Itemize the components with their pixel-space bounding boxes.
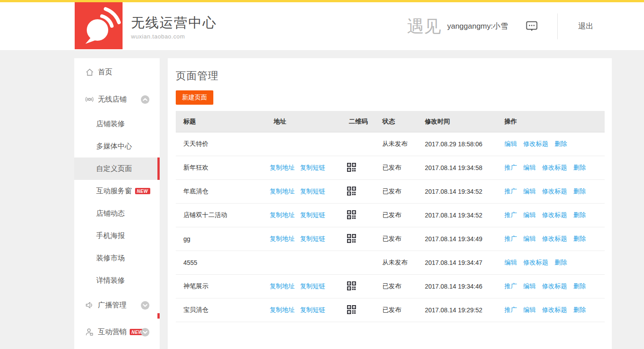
copy-shortlink-link[interactable]: 复制短链 — [300, 235, 325, 242]
sidebar-item-label: 手机海报 — [96, 231, 125, 241]
sidebar-item-label: 互动营销 — [98, 328, 127, 337]
delete-link[interactable]: 删除 — [573, 164, 586, 171]
chevron-down-icon[interactable] — [141, 301, 149, 310]
delete-link[interactable]: 删除 — [573, 235, 586, 242]
qr-code-icon[interactable] — [347, 305, 356, 315]
rename-link[interactable]: 修改标题 — [542, 211, 567, 218]
chevron-up-icon[interactable] — [141, 95, 149, 104]
column-header: 地址 — [266, 118, 344, 126]
sidebar-item-service-window[interactable]: 互动服务窗 NEW — [74, 180, 160, 202]
sidebar-item-broadcast-management[interactable]: 广播管理 — [74, 292, 160, 319]
sidebar-item-shop-decoration[interactable]: 店铺装修 — [74, 113, 160, 135]
edit-link[interactable]: 编辑 — [523, 235, 536, 242]
user-icon — [85, 328, 94, 336]
edit-link[interactable]: 编辑 — [523, 164, 536, 171]
edit-link[interactable]: 编辑 — [523, 187, 536, 195]
edit-link[interactable]: 编辑 — [504, 259, 517, 266]
rename-link[interactable]: 修改标题 — [523, 140, 548, 147]
sidebar-item-label: 装修市场 — [96, 254, 125, 263]
table-row: 神笔展示复制地址复制短链 已发布2017.08.14 19:34:46推广编辑修… — [176, 275, 605, 298]
qr-code-icon[interactable] — [347, 281, 356, 291]
edit-link[interactable]: 编辑 — [523, 282, 536, 289]
modified-time-cell: 2017.08.14 19:34:49 — [418, 235, 498, 243]
delete-link[interactable]: 删除 — [573, 306, 586, 313]
delete-link[interactable]: 删除 — [555, 259, 567, 266]
rename-link[interactable]: 修改标题 — [523, 259, 548, 266]
sidebar-item-decoration-market[interactable]: 装修市场 — [74, 247, 160, 269]
qr-cell — [344, 281, 376, 292]
modified-time-cell: 2017.08.29 18:58:06 — [418, 140, 498, 148]
promote-link[interactable]: 推广 — [504, 211, 517, 218]
copy-address-link[interactable]: 复制地址 — [270, 187, 295, 195]
qr-cell — [344, 234, 376, 245]
copy-shortlink-link[interactable]: 复制短链 — [300, 187, 325, 195]
rename-link[interactable]: 修改标题 — [542, 187, 567, 195]
copy-shortlink-link[interactable]: 复制短链 — [300, 306, 325, 313]
page-title-cell: 天天特价 — [176, 140, 266, 148]
logout-button[interactable]: 退出 — [578, 21, 593, 31]
chevron-down-icon[interactable] — [141, 328, 149, 336]
table-row: 4555从未发布2017.08.14 19:34:47编辑修改标题删除 — [176, 251, 605, 275]
sidebar-item-shop-feed[interactable]: 店铺动态 — [74, 202, 160, 225]
column-header: 二维码 — [344, 118, 376, 126]
sidebar-item-detail-decoration[interactable]: 详情装修 — [74, 269, 160, 292]
actions-cell: 推广编辑修改标题删除 — [498, 187, 605, 196]
edit-link[interactable]: 编辑 — [523, 211, 536, 218]
actions-cell: 编辑修改标题删除 — [498, 259, 605, 267]
actions-cell: 推广编辑修改标题删除 — [498, 211, 605, 219]
status-cell: 已发布 — [376, 164, 418, 172]
sidebar-item-interactive-marketing[interactable]: 互动营销 NEW — [74, 319, 160, 345]
sidebar-item-wireless-shop[interactable]: 无线店铺 — [74, 86, 160, 113]
copy-shortlink-link[interactable]: 复制短链 — [300, 211, 325, 218]
rename-link[interactable]: 修改标题 — [542, 282, 567, 289]
promote-link[interactable]: 推广 — [504, 282, 517, 289]
delete-link[interactable]: 删除 — [573, 211, 586, 218]
qr-code-icon[interactable] — [347, 210, 356, 220]
copy-shortlink-link[interactable]: 复制短链 — [300, 282, 325, 289]
promote-link[interactable]: 推广 — [504, 235, 517, 242]
page-title-cell: 新年狂欢 — [176, 164, 266, 172]
address-cell: 复制地址复制短链 — [266, 211, 344, 219]
status-cell: 已发布 — [376, 187, 418, 196]
delete-link[interactable]: 删除 — [573, 187, 586, 195]
table-row: 年底清仓复制地址复制短链 已发布2017.08.14 19:34:52推广编辑修… — [176, 180, 605, 204]
copy-address-link[interactable]: 复制地址 — [270, 211, 295, 218]
modified-time-cell: 2017.08.14 19:34:52 — [418, 188, 498, 195]
page-title-cell: 神笔展示 — [176, 282, 266, 290]
promote-link[interactable]: 推广 — [504, 187, 517, 195]
sidebar-item-mobile-poster[interactable]: 手机海报 — [74, 225, 160, 247]
actions-cell: 推广编辑修改标题删除 — [498, 282, 605, 290]
sidebar-item-custom-pages[interactable]: 自定义页面 — [74, 157, 160, 180]
edit-link[interactable]: 编辑 — [504, 140, 517, 147]
sidebar-item-label: 互动服务窗 — [96, 187, 132, 196]
table-row: 店铺双十二活动复制地址复制短链 已发布2017.08.14 19:34:52推广… — [176, 204, 605, 227]
sidebar-item-label: 自定义页面 — [96, 164, 132, 174]
app-logo[interactable] — [75, 2, 123, 49]
copy-address-link[interactable]: 复制地址 — [270, 235, 295, 242]
qr-code-icon[interactable] — [347, 186, 356, 196]
sidebar-item-home[interactable]: 首页 — [74, 58, 160, 86]
edit-link[interactable]: 编辑 — [523, 306, 536, 313]
promote-link[interactable]: 推广 — [504, 306, 517, 313]
sidebar-item-media-center[interactable]: 多媒体中心 — [74, 135, 160, 157]
rename-link[interactable]: 修改标题 — [542, 164, 567, 171]
rename-link[interactable]: 修改标题 — [542, 306, 567, 313]
copy-shortlink-link[interactable]: 复制短链 — [300, 164, 325, 171]
new-page-button[interactable]: 新建页面 — [176, 90, 213, 105]
table-header-row: 标题地址二维码状态修改时间操作 — [176, 111, 605, 132]
header-divider — [557, 13, 558, 39]
copy-address-link[interactable]: 复制地址 — [270, 282, 295, 289]
copy-address-link[interactable]: 复制地址 — [270, 164, 295, 171]
promote-link[interactable]: 推广 — [504, 164, 517, 171]
sidebar-item-label: 详情装修 — [96, 276, 125, 285]
delete-link[interactable]: 删除 — [573, 282, 586, 289]
message-icon[interactable] — [526, 21, 538, 32]
sidebar-item-label: 店铺动态 — [96, 209, 125, 218]
qr-code-icon[interactable] — [347, 234, 356, 243]
delete-link[interactable]: 删除 — [555, 140, 567, 147]
address-cell: 复制地址复制短链 — [266, 306, 344, 314]
qr-code-icon[interactable] — [347, 162, 356, 172]
page-title-cell: 年底清仓 — [176, 187, 266, 196]
copy-address-link[interactable]: 复制地址 — [270, 306, 295, 313]
rename-link[interactable]: 修改标题 — [542, 235, 567, 242]
